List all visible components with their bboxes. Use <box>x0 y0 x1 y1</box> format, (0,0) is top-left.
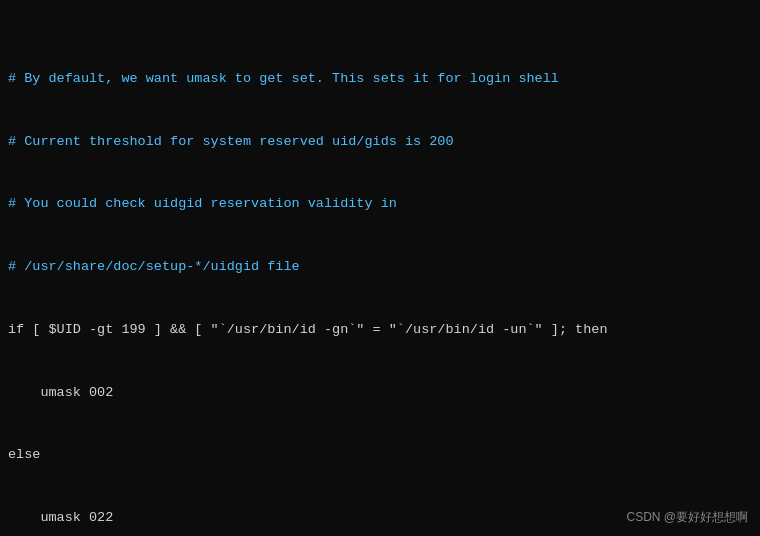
line-4: # /usr/share/doc/setup-*/uidgid file <box>8 257 752 278</box>
line-7: else <box>8 445 752 466</box>
line-3: # You could check uidgid reservation val… <box>8 194 752 215</box>
line-5: if [ $UID -gt 199 ] && [ "`/usr/bin/id -… <box>8 320 752 341</box>
line-2: # Current threshold for system reserved … <box>8 132 752 153</box>
line-6: umask 002 <box>8 383 752 404</box>
code-content: # By default, we want umask to get set. … <box>8 6 752 536</box>
terminal-window: # By default, we want umask to get set. … <box>0 0 760 536</box>
watermark: CSDN @要好好想想啊 <box>626 509 748 526</box>
line-1: # By default, we want umask to get set. … <box>8 69 752 90</box>
